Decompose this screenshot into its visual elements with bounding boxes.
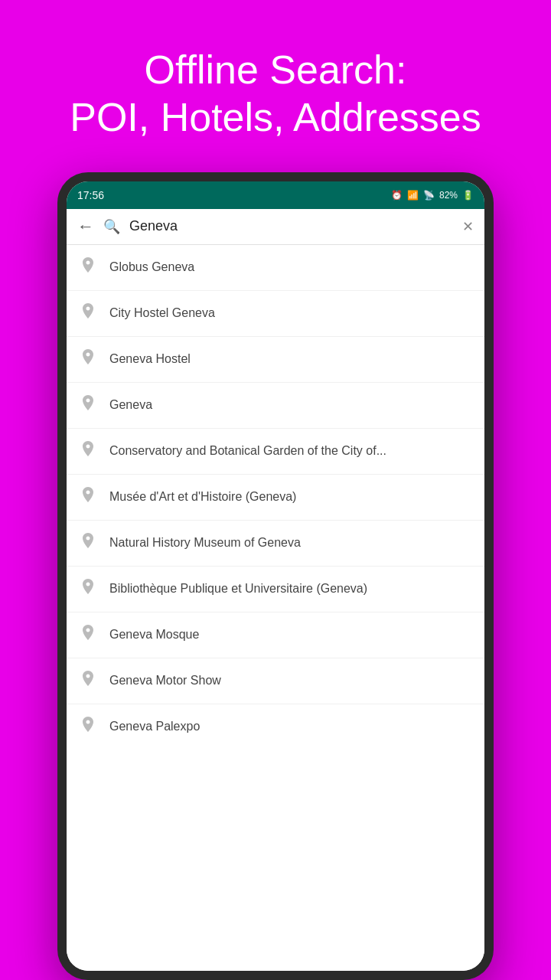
status-bar: 17:56 ⏰ 📶 📡 82% 🔋	[67, 181, 484, 209]
list-item[interactable]: Geneva	[67, 383, 484, 429]
phone-container: 17:56 ⏰ 📶 📡 82% 🔋 ← 🔍 Geneva ✕ Globus Ge…	[57, 172, 494, 980]
alarm-icon: ⏰	[391, 190, 403, 201]
signal-icon: 📡	[423, 190, 435, 201]
pin-icon	[79, 303, 97, 324]
result-name: Geneva Mosque	[109, 627, 199, 643]
list-item[interactable]: City Hostel Geneva	[67, 291, 484, 337]
list-item[interactable]: Conservatory and Botanical Garden of the…	[67, 429, 484, 475]
status-time: 17:56	[77, 189, 104, 201]
search-icon: 🔍	[103, 218, 120, 235]
pin-icon	[79, 257, 97, 278]
list-item[interactable]: Globus Geneva	[67, 245, 484, 291]
result-name: Globus Geneva	[109, 260, 194, 276]
pin-icon	[79, 671, 97, 691]
list-item[interactable]: Musée d'Art et d'Histoire (Geneva)	[67, 475, 484, 521]
pin-icon	[79, 349, 97, 370]
battery-icon: 🔋	[462, 190, 474, 201]
result-name: Bibliothèque Publique et Universitaire (…	[109, 581, 367, 597]
search-bar: ← 🔍 Geneva ✕	[67, 209, 484, 245]
list-item[interactable]: Geneva Hostel	[67, 337, 484, 383]
pin-icon	[79, 579, 97, 599]
result-name: Geneva Hostel	[109, 351, 191, 368]
results-list: Globus Geneva City Hostel Geneva Geneva …	[67, 245, 484, 971]
result-name: City Hostel Geneva	[109, 305, 215, 322]
pin-icon	[79, 717, 97, 737]
result-name: Natural History Museum of Geneva	[109, 535, 301, 551]
clear-button[interactable]: ✕	[462, 218, 474, 235]
result-name: Conservatory and Botanical Garden of the…	[109, 443, 386, 459]
list-item[interactable]: Bibliothèque Publique et Universitaire (…	[67, 567, 484, 612]
pin-icon	[79, 441, 97, 462]
pin-icon	[79, 625, 97, 645]
search-query[interactable]: Geneva	[129, 218, 453, 234]
result-name: Geneva Motor Show	[109, 673, 221, 689]
list-item[interactable]: Geneva Mosque	[67, 612, 484, 658]
wifi-icon: 📶	[407, 190, 419, 201]
back-button[interactable]: ←	[77, 217, 94, 237]
list-item[interactable]: Geneva Palexpo	[67, 704, 484, 750]
result-name: Musée d'Art et d'Histoire (Geneva)	[109, 489, 296, 505]
header-text: Offline Search: POI, Hotels, Addresses	[0, 0, 551, 172]
pin-icon	[79, 533, 97, 554]
list-item[interactable]: Geneva Motor Show	[67, 658, 484, 704]
status-icons: ⏰ 📶 📡 82% 🔋	[391, 190, 474, 201]
result-name: Geneva Palexpo	[109, 719, 200, 735]
result-name: Geneva	[109, 397, 152, 413]
pin-icon	[79, 487, 97, 508]
list-item[interactable]: Natural History Museum of Geneva	[67, 521, 484, 567]
battery-text: 82%	[439, 190, 458, 201]
phone-screen: 17:56 ⏰ 📶 📡 82% 🔋 ← 🔍 Geneva ✕ Globus Ge…	[67, 181, 484, 971]
pin-icon	[79, 395, 97, 416]
